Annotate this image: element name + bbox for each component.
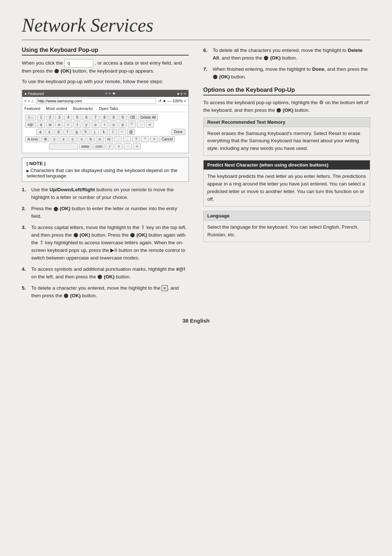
ok-icon-s4 <box>98 275 102 279</box>
reset-box: Reset Recommended Text Memory Reset eras… <box>203 117 370 156</box>
key-space <box>49 143 78 150</box>
key-g: g <box>73 129 81 135</box>
key-i: i <box>101 122 109 128</box>
key-6: 6 <box>82 114 90 120</box>
ok-icon-s6 <box>264 56 268 60</box>
key-0: 0 <box>119 114 127 120</box>
key-tilde: ~ <box>118 129 126 135</box>
key-done: Done <box>171 129 185 135</box>
key-lt: < <box>115 143 123 150</box>
key-a: a <box>36 129 44 135</box>
kbd-window-controls: ● ≡ × <box>177 91 186 96</box>
page-title: Network Services <box>22 15 370 40</box>
kbd-row-1: ⇧↑↓ 1 2 3 4 5 6 7 8 9 0 ⌫ Delete All <box>25 114 185 120</box>
kbd-nav-tabs: Featured Most visited Bookmarks Open Tab… <box>22 105 188 112</box>
reset-box-title: Reset Recommended Text Memory <box>204 118 370 127</box>
key-x: x <box>60 136 68 142</box>
step-2: 2. Press the (OK) button to enter the le… <box>22 205 189 220</box>
left-column: Using the Keyboard Pop-up When you click… <box>22 47 189 303</box>
kbd-tab-bookmarks: Bookmarks <box>73 106 93 111</box>
key-enter: ↵ <box>146 122 154 128</box>
language-box: Language Select the language for the key… <box>203 211 370 242</box>
key-s: s <box>45 129 53 135</box>
key-f: f <box>64 129 72 135</box>
kbd-back-forward: < > ⌂ <box>24 99 34 103</box>
key-special-chars: #@! <box>25 122 36 128</box>
key-slash: / <box>106 143 114 150</box>
language-box-title: Language <box>204 211 370 221</box>
key-u: u <box>91 122 99 128</box>
key-question: ? <box>132 136 140 142</box>
kbd-featured-tab: ● Featured <box>24 91 44 96</box>
intro-paragraph-2: To use the keyboard pop-up with your rem… <box>22 78 189 86</box>
key-caret2: ^ <box>141 136 149 142</box>
kbd-title-icons: × + ★ <box>105 91 116 96</box>
step-1: 1. Use the Up/Down/Left/Right buttons on… <box>22 186 189 201</box>
key-caret: ^ <box>128 122 136 128</box>
key-period: . <box>114 136 122 142</box>
kbd-tab-open-tabs: Open Tabs <box>99 106 118 111</box>
page-number: 38 <box>182 318 188 324</box>
key-9: 9 <box>110 114 118 120</box>
key-gt2: > <box>133 143 141 150</box>
key-dot2: · <box>137 122 145 128</box>
key-o: o <box>110 122 118 128</box>
ok-icon-s3b <box>130 233 135 237</box>
intro-paragraph: When you click the q , or access a data … <box>22 59 189 75</box>
key-4: 4 <box>64 114 72 120</box>
key-7: 7 <box>91 114 99 120</box>
kbd-url-input[interactable] <box>36 98 156 104</box>
key-at: @ <box>127 129 135 135</box>
kbd-tab-most-visited: Most visited <box>46 106 67 111</box>
section-title-keyboard-popup: Using the Keyboard Pop-up <box>22 47 189 56</box>
kbd-row-4: ⚙ ENG ⚙ z x c v b n m . , ? ^ > Cancel <box>25 136 185 142</box>
kbd-urlbar: < > ⌂ ↺ ★ — 100% + <box>22 97 188 105</box>
kbd-keys-area: ⇧↑↓ 1 2 3 4 5 6 7 8 9 0 ⌫ Delete All #@! <box>22 112 188 153</box>
key-8: 8 <box>101 114 109 120</box>
kbd-row-2: #@! q w e r t y u i o p ^ · ↵ <box>25 122 185 128</box>
key-v: v <box>78 136 86 142</box>
key-cancel: Cancel <box>159 136 175 142</box>
ok-button-icon <box>54 69 59 73</box>
key-gt: > <box>150 136 158 142</box>
key-t: t <box>73 122 81 128</box>
step-5: 5. To delete a character you entered, mo… <box>22 285 189 300</box>
predict-box-title: Predict Next Character (when using direc… <box>204 160 370 170</box>
key-dotcom: .com <box>93 143 105 150</box>
key-3: 3 <box>55 114 63 120</box>
step-3: 3. To access capital letters, move the h… <box>22 224 189 262</box>
key-dot3: · <box>124 143 132 150</box>
key-r: r <box>64 122 72 128</box>
search-input-illustration: q <box>64 59 93 68</box>
key-h: h <box>82 129 90 135</box>
key-eng: ⚙ ENG <box>25 136 40 142</box>
key-settings: ⚙ <box>41 136 49 142</box>
language-box-content: Select the language for the keyboard. Yo… <box>204 221 370 242</box>
ok-icon-s2 <box>54 207 58 211</box>
step-7: 7. When finished entering, move the high… <box>203 66 370 81</box>
note-box: | NOTE | Characters that can be displaye… <box>22 158 189 182</box>
kbd-row-3: a s d f g h j k l ~ @ Done <box>25 129 185 135</box>
key-1: 1 <box>37 114 45 120</box>
key-e: e <box>55 122 63 128</box>
reset-box-content: Reset erases the Samsung Keyboard's memo… <box>204 127 370 156</box>
key-q: q <box>37 122 45 128</box>
key-backspace: ⌫ <box>128 114 137 120</box>
key-n: n <box>96 136 104 142</box>
key-5: 5 <box>73 114 81 120</box>
keyboard-diagram: ● Featured × + ★ ● ≡ × < > ⌂ ↺ ★ — 100% … <box>22 90 189 153</box>
key-c: c <box>69 136 77 142</box>
key-w: w <box>46 122 54 128</box>
note-item-1: Characters that can be displayed using t… <box>26 168 184 179</box>
section-title-options: Options on the Keyboard Pop-Up <box>203 87 370 95</box>
key-b: b <box>87 136 95 142</box>
kbd-row-5: ___ ___ www .com / < · > <box>25 143 185 150</box>
options-intro: To access the keyboard pop-up options, h… <box>203 99 370 114</box>
predict-box: Predict Next Character (when using direc… <box>203 160 370 207</box>
key-j: j <box>91 129 99 135</box>
note-list: Characters that can be displayed using t… <box>26 168 184 179</box>
note-title: | NOTE | <box>26 161 184 166</box>
key-delete-all: Delete All <box>138 114 158 120</box>
step-4: 4. To access symbols and additional punc… <box>22 266 189 281</box>
kbd-titlebar: ● Featured × + ★ ● ≡ × <box>22 90 188 97</box>
